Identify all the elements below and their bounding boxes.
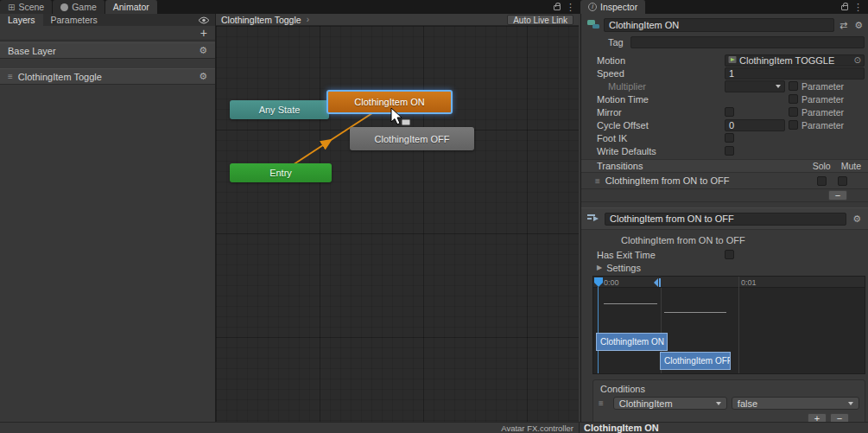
drag-handle-icon: ≡ [8,72,13,81]
animator-graph: ClothingItem Toggle › Auto Live Link Any… [216,14,579,422]
write-defaults-label: Write Defaults [597,146,725,156]
lock-icon[interactable] [554,5,561,10]
conditions-header: Conditions [597,383,861,397]
layer-settings-gear-icon[interactable]: ⚙ [199,45,207,56]
clip-curve-preview [604,303,657,304]
gear-icon[interactable]: ⚙ [852,20,865,31]
motion-time-parameter-checkbox[interactable] [789,94,798,104]
speed-row: Speed 1 [581,67,868,80]
timeline-tick: 0:00 [604,278,619,287]
layer-item-base-layer[interactable]: Base Layer ⚙ [0,42,215,59]
tab-inspector[interactable]: Inspector [580,0,646,14]
parameter-label: Parameter [801,94,844,105]
layer-settings-gear-icon[interactable]: ⚙ [199,71,207,82]
chevron-right-icon: › [307,15,309,24]
mirror-label: Mirror [597,107,725,118]
write-defaults-checkbox[interactable] [725,146,734,156]
kebab-menu-icon[interactable]: ⋮ [566,1,575,13]
timeline-ruler[interactable]: 0:00 0:01 [593,277,865,288]
object-picker-icon[interactable]: ⊙ [854,55,861,65]
mirror-parameter-checkbox[interactable] [789,107,798,117]
transition-name-field[interactable]: ClothingItem from ON to OFF [605,213,846,226]
condition-value-dropdown[interactable]: false [732,397,859,410]
timeline-clip-on[interactable]: ClothingItem ON [596,333,668,351]
tab-layers[interactable]: Layers [0,14,43,26]
motion-time-label: Motion Time [597,94,725,105]
mute-checkbox[interactable] [838,176,847,186]
node-any-state[interactable]: Any State [230,100,329,119]
transition-item-label: ClothingItem from ON to OFF [605,175,817,186]
tab-game[interactable]: Game [53,0,105,14]
eye-icon[interactable] [198,16,210,24]
breadcrumb[interactable]: ClothingItem Toggle [221,15,301,25]
tag-field[interactable] [630,36,865,48]
animator-window-tabs: ⊞ Scene Game Animator ⋮ [0,0,580,14]
node-clothingitem-off[interactable]: ClothingItem OFF [350,127,474,150]
drag-handle-icon: ≡ [599,398,604,408]
mouse-cursor-icon [390,107,412,128]
clip-label: ClothingItem OFF [664,356,731,366]
lock-icon[interactable] [841,5,848,10]
layer-item-clothingitem-toggle[interactable]: ≡ ClothingItem Toggle ⚙ [0,68,215,85]
remove-condition-button[interactable]: − [830,413,849,422]
playhead-marker[interactable] [594,277,603,287]
state-name-field[interactable]: ClothingItem ON [604,18,834,32]
tag-label: Tag [608,37,624,48]
has-exit-time-row: Has Exit Time [581,248,868,261]
presets-icon[interactable]: ⇄ [838,20,849,31]
mirror-row: Mirror Parameter [581,105,868,118]
node-label: Any State [259,105,301,115]
gear-icon[interactable]: ⚙ [851,213,863,225]
node-label: ClothingItem ON [354,97,424,107]
kebab-menu-icon[interactable]: ⋮ [853,1,863,13]
multiplier-dropdown[interactable] [725,80,785,92]
add-layer-button[interactable]: + [200,27,207,39]
transition-timeline[interactable]: 0:00 0:01 ClothingItem ON ClothingItem O… [592,276,865,374]
node-entry[interactable]: Entry [230,163,332,182]
transition-edges [216,26,579,411]
mirror-checkbox[interactable] [725,107,734,117]
add-condition-button[interactable]: + [808,413,827,422]
timeline-tick: 0:01 [741,278,757,287]
inspector-icon [588,3,597,11]
clip-curve-preview [664,312,726,313]
cycle-offset-row: Cycle Offset 0 Parameter [581,118,868,131]
cycle-offset-parameter-checkbox[interactable] [789,120,798,130]
cycle-offset-label: Cycle Offset [597,120,725,131]
tab-animator[interactable]: Animator [105,0,158,14]
timeline-clip-off[interactable]: ClothingItem OFF [660,352,731,370]
motion-value: ClothingItem TOGGLE [739,55,834,66]
motion-object-field[interactable]: ClothingItem TOGGLE ⊙ [725,54,865,67]
auto-live-link-button[interactable]: Auto Live Link [507,15,573,25]
multiplier-row: Multiplier Parameter [581,80,868,92]
mute-label: Mute [841,161,861,171]
chevron-down-icon [848,402,853,405]
transition-detail-header: ClothingItem from ON to OFF ⚙ [581,207,868,230]
remove-transition-button[interactable]: − [828,190,847,201]
scene-icon: ⊞ [8,3,15,12]
graph-canvas[interactable]: Any State ClothingItem OFF ClothingItem … [216,26,579,422]
speed-field[interactable]: 1 [725,67,865,80]
cycle-offset-field[interactable]: 0 [725,119,785,131]
foldout-icon: ▶ [597,264,602,271]
tab-game-label: Game [72,2,97,12]
tab-parameters[interactable]: Parameters [43,14,105,26]
parameter-label: Parameter [801,107,844,118]
solo-checkbox[interactable] [817,176,827,186]
transitions-header-label: Transitions [597,161,643,171]
tab-scene[interactable]: ⊞ Scene [0,0,53,14]
layer-label: ClothingItem Toggle [18,72,102,82]
has-exit-time-checkbox[interactable] [725,250,734,259]
settings-label: Settings [606,263,641,273]
foot-ik-checkbox[interactable] [725,133,734,143]
playhead-line[interactable] [598,287,599,373]
tab-inspector-label: Inspector [600,2,637,12]
drag-handle-icon: ≡ [595,176,600,186]
multiplier-parameter-checkbox[interactable] [789,81,798,91]
condition-parameter-dropdown[interactable]: ClothingItem [613,397,727,410]
solo-label: Solo [813,161,831,171]
transition-list-item[interactable]: ≡ ClothingItem from ON to OFF [581,173,868,189]
inspector-window-tabs: Inspector ⋮ [580,0,868,14]
settings-foldout[interactable]: ▶ Settings [581,261,868,274]
transition-end-marker[interactable] [654,278,661,287]
